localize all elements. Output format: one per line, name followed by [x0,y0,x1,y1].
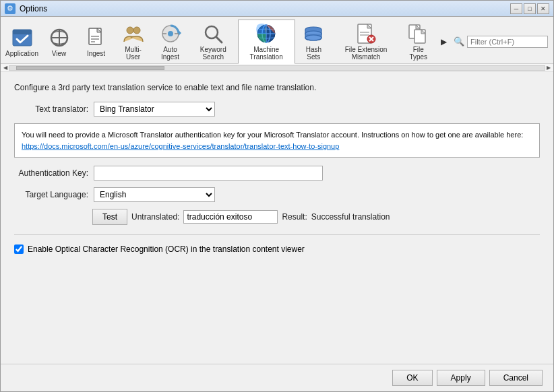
untranslated-input[interactable] [183,210,278,224]
horizontal-scrollbar-area: ◀ ▶ [1,64,553,72]
tab-more[interactable]: ▶ [437,28,451,55]
test-button[interactable]: Test [92,209,127,225]
scroll-right-arrow[interactable]: ▶ [545,65,552,71]
cancel-button[interactable]: Cancel [489,370,543,386]
main-content: Configure a 3rd party text translation s… [1,72,553,364]
auth-key-input[interactable] [94,166,323,181]
info-box-link[interactable]: https://docs.microsoft.com/en-us/azure/c… [22,142,339,150]
svg-point-14 [168,31,173,36]
toolbar-search: 🔍 [451,33,551,51]
view-icon [49,27,70,48]
window-title: Options [20,4,510,13]
target-language-label: Target Language: [14,190,88,199]
target-language-select[interactable]: English French German Spanish [94,187,215,202]
tab-hash-sets[interactable]: Hash Sets [295,20,332,63]
info-box-text1: You will need to provide a Microsoft Tra… [22,131,523,139]
more-icon: ▶ [439,31,450,53]
title-bar-controls: ─ □ ✕ [510,3,549,14]
auth-key-label: Authentication Key: [14,168,88,178]
tab-ingest[interactable]: Ingest [78,24,115,60]
ocr-row: Enable Optical Character Recognition (OC… [14,244,540,254]
keyword-search-icon [202,23,224,44]
tab-file-types[interactable]: File Types [400,20,437,63]
svg-line-18 [216,37,222,42]
svg-point-25 [305,35,321,40]
scroll-left-arrow[interactable]: ◀ [2,65,9,71]
file-types-icon [408,23,429,44]
search-icon: 🔍 [454,36,464,46]
multi-user-icon [123,23,144,44]
options-window: ⚙ Options ─ □ ✕ Application [0,0,554,392]
filter-input[interactable] [467,36,548,48]
ingest-icon [86,27,107,48]
tab-hash-sets-label: Hash Sets [300,46,328,61]
tab-file-extension-mismatch-label: File Extension Mismatch [337,46,395,61]
tab-application[interactable]: Application [3,24,40,60]
tab-application-label: Application [5,50,38,57]
hash-sets-icon [303,23,324,44]
apply-button[interactable]: Apply [437,370,485,386]
machine-translation-icon [255,23,277,44]
svg-rect-1 [13,30,32,34]
untranslated-label: Untranslated: [131,212,179,222]
tab-auto-ingest[interactable]: Auto Ingest [152,20,189,63]
ocr-checkbox[interactable] [14,244,24,254]
tab-keyword-search[interactable]: Keyword Search [189,20,238,63]
close-button[interactable]: ✕ [537,3,549,14]
svg-point-10 [127,27,133,34]
tab-file-types-label: File Types [404,46,432,61]
auto-ingest-icon [160,23,181,44]
tab-multi-user[interactable]: Multi-User [115,20,152,63]
text-translator-select[interactable]: Bing Translator Google Translate [94,102,215,117]
ocr-label: Enable Optical Character Recognition (OC… [28,244,305,254]
tab-view[interactable]: View [40,24,78,60]
ok-button[interactable]: OK [392,370,432,386]
tab-multi-user-label: Multi-User [119,46,147,61]
tab-view-label: View [52,50,67,57]
result-value: Successful translation [311,212,390,222]
window-icon: ⚙ [5,3,16,14]
tab-auto-ingest-label: Auto Ingest [156,46,184,61]
section-divider [14,234,540,235]
info-box: You will need to provide a Microsoft Tra… [14,123,540,158]
toolbar: Application View [1,17,553,64]
footer: OK Apply Cancel [1,364,553,391]
tab-ingest-label: Ingest [87,50,105,57]
file-extension-mismatch-icon [355,23,377,44]
auth-key-row: Authentication Key: [14,166,540,181]
svg-marker-13 [179,30,181,36]
horizontal-scrollbar[interactable] [9,65,545,71]
tab-keyword-search-label: Keyword Search [193,46,233,61]
target-language-row: Target Language: English French German S… [14,187,540,202]
text-translator-label: Text translator: [14,104,88,114]
tab-machine-translation-label: Machine Translation [243,46,290,61]
maximize-button[interactable]: □ [524,3,536,14]
result-label: Result: [282,212,307,222]
application-icon [11,27,33,48]
scrollbar-thumb[interactable] [16,66,164,70]
tab-machine-translation[interactable]: Machine Translation [238,20,295,64]
text-translator-row: Text translator: Bing Translator Google … [14,102,540,117]
test-row: Test Untranslated: Result: Successful tr… [14,209,540,225]
section-description: Configure a 3rd party text translation s… [14,83,540,92]
minimize-button[interactable]: ─ [510,3,522,14]
svg-point-11 [133,27,140,34]
title-bar: ⚙ Options ─ □ ✕ [1,1,553,17]
tab-file-extension-mismatch[interactable]: File Extension Mismatch [332,20,400,63]
